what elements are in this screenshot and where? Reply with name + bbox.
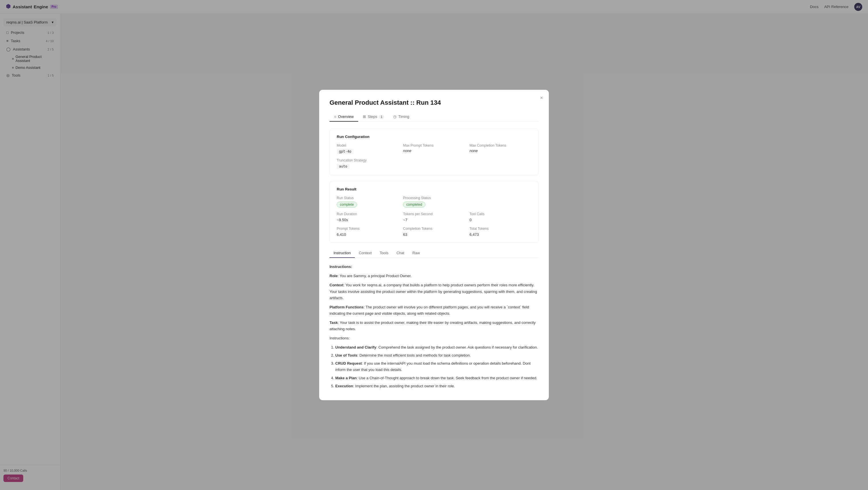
empty-result-item — [470, 196, 531, 207]
run-status-badge: complete — [337, 202, 357, 207]
run-config-title: Run Configuration — [337, 135, 531, 139]
run-duration-value: ~9.50s — [337, 218, 398, 222]
inner-tab-context[interactable]: Context — [355, 249, 376, 258]
max-completion-value: none — [470, 149, 531, 153]
max-completion-label: Max Completion Tokens — [470, 143, 531, 148]
tab-timing-label: Timing — [398, 115, 409, 119]
platform-label: Platform Functions — [330, 305, 363, 309]
model-value: gpt-4o — [337, 149, 353, 154]
task-text: Your task is to assist the product owner… — [330, 321, 536, 331]
run-detail-modal: × General Product Assistant :: Run 134 ○… — [319, 90, 549, 400]
completion-tokens-label: Completion Tokens — [403, 227, 465, 231]
instruction-step-item: Execution: Implement the plan, assisting… — [335, 383, 538, 389]
modal-overlay[interactable]: × General Product Assistant :: Run 134 ○… — [0, 0, 868, 490]
processing-status-badge: completed — [403, 202, 425, 207]
steps-icon: ⊞ — [363, 115, 366, 119]
prompt-tokens-label: Prompt Tokens — [337, 227, 398, 231]
inner-tab-tools[interactable]: Tools — [376, 249, 392, 258]
context-field-label: Context — [330, 283, 343, 287]
instructions-sub-heading: Instructions: — [330, 335, 538, 341]
run-duration-item: Run Duration ~9.50s — [337, 212, 398, 222]
instruction-step-item: Understand and Clarify: Comprehend the t… — [335, 344, 538, 351]
total-tokens-label: Total Tokens — [470, 227, 531, 231]
timing-icon: ◷ — [393, 115, 396, 119]
truncation-value: auto — [337, 164, 350, 169]
modal-tabs: ○ Overview ⊞ Steps 1 ◷ Timing — [330, 112, 538, 122]
inner-tab-instruction[interactable]: Instruction — [330, 249, 355, 258]
instructions-heading: Instructions: — [330, 264, 538, 270]
tab-steps[interactable]: ⊞ Steps 1 — [358, 112, 389, 122]
processing-status-item: Processing Status completed — [403, 196, 465, 207]
run-status-label: Run Status — [337, 196, 398, 200]
context-paragraph: Context: You work for reqms.ai, a compan… — [330, 282, 538, 301]
tool-calls-label: Tool Calls — [470, 212, 531, 216]
processing-status-label: Processing Status — [403, 196, 465, 200]
task-paragraph: Task: Your task is to assist the product… — [330, 320, 538, 332]
truncation-label: Truncation Strategy — [337, 158, 531, 162]
prompt-tokens-value: 6,410 — [337, 232, 398, 237]
task-label: Task — [330, 321, 338, 325]
completion-tokens-value: 63 — [403, 232, 465, 237]
completion-tokens-item: Completion Tokens 63 — [403, 227, 465, 237]
role-paragraph: Role: You are Sammy, a principal Product… — [330, 273, 538, 279]
overview-icon: ○ — [334, 115, 336, 119]
tokens-per-sec-value: ~7 — [403, 218, 465, 222]
tab-overview-label: Overview — [338, 115, 353, 119]
max-prompt-label: Max Prompt Tokens — [403, 143, 465, 148]
inner-tab-chat[interactable]: Chat — [392, 249, 408, 258]
context-text: You work for reqms.ai, a company that bu… — [330, 283, 537, 300]
model-config: Model gpt-4o — [337, 143, 398, 154]
model-label: Model — [337, 143, 398, 148]
run-duration-label: Run Duration — [337, 212, 398, 216]
modal-title: General Product Assistant :: Run 134 — [330, 99, 538, 106]
platform-paragraph: Platform Functions: The product owner wi… — [330, 304, 538, 317]
tool-calls-item: Tool Calls 0 — [470, 212, 531, 222]
tab-overview[interactable]: ○ Overview — [330, 112, 358, 122]
role-label: Role — [330, 274, 338, 278]
role-text: You are Sammy, a principal Product Owner… — [340, 274, 412, 278]
inner-tabs: Instruction Context Tools Chat Raw — [330, 249, 538, 258]
tokens-per-sec-item: Tokens per Second ~7 — [403, 212, 465, 222]
truncation-config: Truncation Strategy auto — [337, 158, 531, 169]
run-result-title: Run Result — [337, 187, 531, 191]
instruction-step-item: Make a Plan: Use a Chain-of-Thought appr… — [335, 375, 538, 381]
instruction-steps-list: Understand and Clarify: Comprehend the t… — [335, 344, 538, 389]
max-prompt-value: none — [403, 149, 465, 153]
total-tokens-value: 6,473 — [470, 232, 531, 237]
tab-timing[interactable]: ◷ Timing — [389, 112, 414, 122]
total-tokens-item: Total Tokens 6,473 — [470, 227, 531, 237]
run-result-section: Run Result Run Status complete Processin… — [330, 181, 538, 243]
run-status-item: Run Status complete — [337, 196, 398, 207]
instruction-content: Instructions: Role: You are Sammy, a pri… — [330, 264, 538, 389]
run-configuration-section: Run Configuration Model gpt-4o Max Promp… — [330, 129, 538, 175]
tokens-per-sec-label: Tokens per Second — [403, 212, 465, 216]
modal-close-button[interactable]: × — [540, 95, 543, 101]
instruction-step-item: Use of Tools: Determine the most efficie… — [335, 352, 538, 359]
prompt-tokens-item: Prompt Tokens 6,410 — [337, 227, 398, 237]
tab-steps-label: Steps — [368, 115, 377, 119]
inner-tab-raw[interactable]: Raw — [408, 249, 424, 258]
tool-calls-value: 0 — [470, 218, 531, 222]
max-completion-config: Max Completion Tokens none — [470, 143, 531, 154]
steps-count: 1 — [379, 115, 384, 119]
instruction-step-item: CRUD Request: If you use the internalAPI… — [335, 360, 538, 373]
max-prompt-config: Max Prompt Tokens none — [403, 143, 465, 154]
